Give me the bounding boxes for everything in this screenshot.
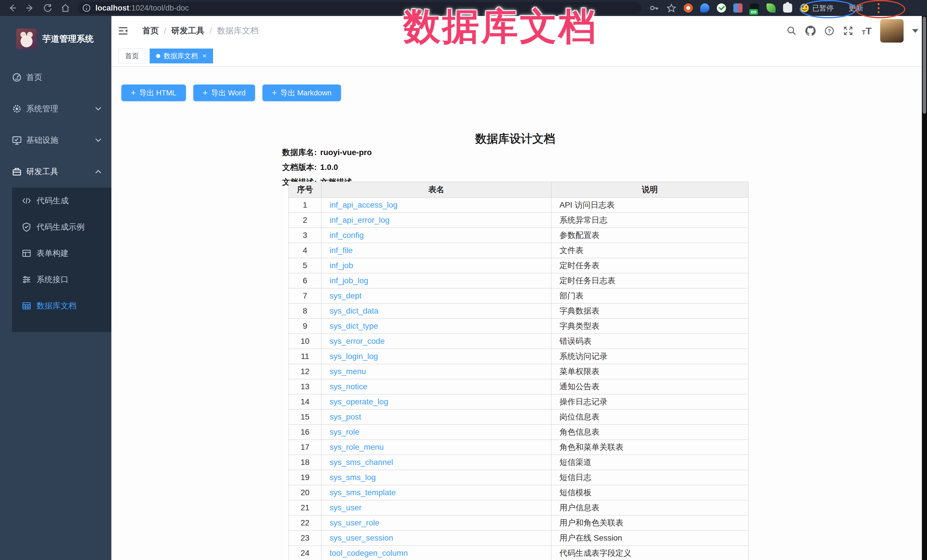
table-description: 短信模板: [552, 485, 749, 500]
tab-home[interactable]: 首页: [119, 49, 145, 64]
table-name-link[interactable]: inf_job: [330, 261, 353, 270]
table-name-link[interactable]: sys_dict_data: [330, 307, 378, 315]
tab-db-doc[interactable]: 数据库文档 ×: [150, 49, 213, 64]
sidebar-item-label: 数据库文档: [36, 300, 76, 311]
row-index: 12: [289, 364, 322, 379]
table-name-link[interactable]: inf_file: [330, 246, 353, 255]
extension-onbadge-icon[interactable]: on: [750, 3, 759, 12]
sidebar-item-form-builder[interactable]: 表单构建: [12, 240, 111, 266]
home-icon[interactable]: [61, 3, 70, 13]
extension-grid-icon[interactable]: [733, 3, 743, 12]
fullscreen-icon[interactable]: [843, 26, 853, 36]
extension-on-badge: on: [749, 9, 758, 15]
table-name-link[interactable]: sys_dept: [330, 291, 362, 300]
extension-check-icon[interactable]: [717, 3, 726, 12]
sidebar-item-system-api[interactable]: 系统接口: [12, 266, 111, 293]
help-icon[interactable]: ?: [824, 26, 834, 36]
search-icon[interactable]: [787, 26, 797, 36]
column-header-name: 表名: [322, 182, 552, 197]
table-name-link[interactable]: sys_login_log: [330, 352, 378, 361]
table-name-link[interactable]: sys_error_code: [330, 337, 384, 346]
export-toolbar: + 导出 HTML + 导出 Word + 导出 Markdown: [122, 85, 341, 101]
sidebar-item-codegen-demo[interactable]: 代码生成示例: [12, 214, 111, 240]
table-name-link[interactable]: sys_sms_template: [330, 488, 396, 497]
table-name-link[interactable]: inf_api_access_log: [330, 200, 398, 209]
url-path: :1024/tool/db-doc: [129, 4, 189, 12]
table-name-link[interactable]: sys_sms_log: [330, 473, 376, 482]
table-description: 定时任务日志表: [552, 273, 749, 288]
table-row: 4 inf_file 文件表: [289, 243, 749, 258]
back-icon[interactable]: [8, 3, 17, 13]
table-name-link[interactable]: sys_role: [330, 428, 359, 436]
sidebar-item-home[interactable]: 首页: [0, 62, 111, 93]
sidebar-item-label: 系统管理: [26, 103, 58, 114]
password-key-icon[interactable]: [649, 3, 659, 13]
table-description: 错误码表: [552, 334, 749, 349]
row-index: 1: [289, 197, 322, 213]
table-name-link[interactable]: sys_post: [330, 412, 361, 421]
user-avatar[interactable]: [880, 19, 904, 42]
tab-close-icon[interactable]: ×: [202, 53, 207, 59]
scrollbar-thumb[interactable]: [923, 17, 926, 114]
table-name-link[interactable]: sys_notice: [330, 382, 367, 391]
table-name-link[interactable]: sys_menu: [330, 367, 366, 376]
table-name-link[interactable]: sys_dict_type: [330, 322, 378, 331]
sidebar-item-system[interactable]: 系统管理: [0, 93, 111, 124]
extension-leaf-icon[interactable]: [766, 3, 776, 12]
meta-db-name: 数据库名: ruoyi-vue-pro: [282, 145, 372, 160]
table-name-link[interactable]: inf_job_log: [330, 276, 368, 285]
column-header-desc: 说明: [552, 182, 749, 197]
table-name-link[interactable]: sys_user_session: [330, 533, 393, 542]
font-size-icon[interactable]: TT: [862, 26, 872, 36]
export-markdown-button[interactable]: + 导出 Markdown: [263, 85, 341, 101]
sidebar-logo-row[interactable]: 芋道管理系统: [0, 16, 111, 62]
table-row: 8 sys_dict_data 字典数据表: [289, 304, 749, 319]
sidebar-item-infra[interactable]: 基础设施: [0, 124, 111, 156]
table-description: 字典类型表: [552, 319, 749, 334]
table-row: 12 sys_menu 菜单权限表: [289, 364, 749, 379]
sidebar-item-db-doc[interactable]: 数据库文档: [12, 293, 111, 319]
sidebar-item-label: 系统接口: [36, 274, 68, 285]
table-name-link[interactable]: inf_api_error_log: [330, 216, 389, 225]
app-window: 芋道管理系统 首页 系统管理 基础设施 研发工具: [0, 16, 927, 560]
row-index: 24: [289, 546, 322, 560]
table-row: 14 sys_operate_log 操作日志记录: [289, 395, 749, 410]
extensions-puzzle-icon[interactable]: [783, 3, 792, 12]
svg-text:?: ?: [828, 28, 831, 34]
export-html-button[interactable]: + 导出 HTML: [122, 85, 186, 101]
table-name-link[interactable]: inf_config: [330, 231, 364, 240]
breadcrumb-home[interactable]: 首页: [142, 25, 159, 36]
row-index: 18: [289, 455, 322, 470]
sidebar-item-devtools[interactable]: 研发工具: [0, 156, 111, 187]
extension-orange-icon[interactable]: [684, 3, 693, 12]
table-description: 菜单权限表: [552, 364, 749, 379]
table-name-link[interactable]: sys_sms_channel: [330, 458, 393, 467]
reload-icon[interactable]: [43, 3, 53, 13]
table-description: 用户和角色关联表: [552, 516, 749, 531]
table-name-link[interactable]: tool_codegen_column: [330, 549, 408, 557]
avatar-caret-icon[interactable]: [912, 29, 918, 33]
page-scrollbar[interactable]: [922, 16, 927, 560]
hamburger-icon[interactable]: [118, 26, 129, 36]
table-name-link[interactable]: sys_user_role: [330, 518, 379, 527]
active-dot-icon: [156, 54, 160, 58]
export-word-button[interactable]: + 导出 Word: [193, 85, 255, 101]
forward-icon[interactable]: [25, 3, 35, 13]
site-info-icon[interactable]: [82, 3, 91, 13]
breadcrumb-separator: /: [164, 26, 166, 36]
table-row: 10 sys_error_code 错误码表: [289, 334, 749, 349]
table-row: 7 sys_dept 部门表: [289, 288, 749, 304]
table-name-link[interactable]: sys_user: [330, 503, 362, 512]
breadcrumb-devtools[interactable]: 研发工具: [171, 25, 205, 36]
table-name-link[interactable]: sys_operate_log: [330, 397, 388, 406]
bookmark-star-icon[interactable]: [667, 3, 676, 13]
toolbox-icon: [11, 166, 22, 177]
extension-pin-icon[interactable]: [700, 3, 710, 12]
table-row: 6 inf_job_log 定时任务日志表: [289, 273, 749, 288]
row-index: 21: [289, 500, 322, 516]
table-name-link[interactable]: sys_role_menu: [330, 443, 384, 451]
github-icon[interactable]: [805, 26, 816, 36]
table-row: 15 sys_post 岗位信息表: [289, 410, 749, 425]
sidebar-item-codegen[interactable]: 代码生成: [12, 188, 111, 214]
sidebar-item-label: 代码生成示例: [36, 222, 85, 232]
